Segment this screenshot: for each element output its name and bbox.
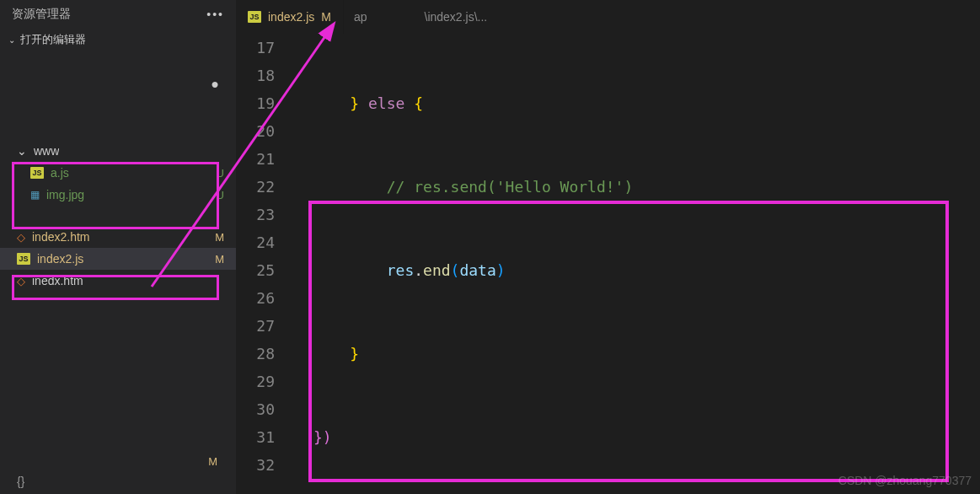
file-index2-js[interactable]: JS index2.js M	[0, 248, 236, 270]
folder-label: www	[34, 144, 59, 158]
more-icon[interactable]: •••	[206, 8, 224, 21]
js-icon: JS	[30, 167, 44, 179]
html-icon	[17, 275, 25, 287]
open-editors-list: ●	[0, 51, 236, 140]
line-number: 26	[236, 284, 275, 312]
line-number: 19	[236, 89, 275, 117]
explorer-sidebar: 资源管理器 ••• ⌄ 打开的编辑器 ● www JS a.js U ▦ img…	[0, 0, 236, 494]
git-status: M	[215, 253, 224, 266]
editor-tabs: JS index2.js M ap \index2.js\...	[236, 0, 980, 34]
tab-mod-indicator: M	[321, 10, 331, 24]
open-editors-header[interactable]: ⌄ 打开的编辑器	[0, 29, 236, 51]
file-label: index2.htm	[32, 230, 89, 244]
tab-label: index2.js	[268, 10, 314, 24]
open-editor-item[interactable]	[0, 115, 236, 135]
code-content: } else { // res.send('Hello World!') res…	[313, 34, 980, 494]
file-img-jpg[interactable]: ▦ img.jpg U	[0, 184, 236, 206]
git-status: M	[208, 455, 217, 468]
line-number: 29	[236, 368, 275, 395]
breadcrumb-seg: ap	[354, 10, 367, 24]
open-editor-item[interactable]	[0, 94, 236, 115]
git-status: U	[217, 167, 224, 180]
file-label: index2.js	[37, 252, 83, 266]
explorer-title: 资源管理器	[12, 7, 71, 22]
open-editor-item[interactable]	[0, 54, 236, 74]
line-number: 21	[236, 145, 275, 173]
spacer-row	[0, 206, 236, 226]
file-label: img.jpg	[46, 188, 84, 201]
line-number: 31	[236, 423, 275, 451]
explorer-title-bar: 资源管理器 •••	[0, 0, 236, 29]
breadcrumb-seg: \index2.js\...	[425, 10, 488, 24]
js-icon: JS	[17, 253, 30, 265]
open-editor-item[interactable]: ●	[0, 74, 236, 94]
chevron-down-icon	[17, 144, 27, 158]
line-number: 25	[236, 256, 275, 284]
line-number: 17	[236, 34, 275, 62]
html-icon	[17, 231, 25, 244]
line-number: 18	[236, 62, 275, 89]
git-status: M	[215, 231, 224, 244]
file-inedx-htm[interactable]: inedx.htm	[0, 270, 236, 292]
file-a-js[interactable]: JS a.js U	[0, 162, 236, 184]
line-number: 24	[236, 228, 275, 256]
file-index2-htm[interactable]: index2.htm M	[0, 226, 236, 248]
code-editor[interactable]: 17 18 19 20 21 22 23 24 25 26 27 28 29 3…	[236, 34, 980, 494]
image-icon: ▦	[30, 189, 40, 201]
line-number: 22	[236, 173, 275, 201]
line-number: 27	[236, 312, 275, 340]
js-icon: JS	[248, 11, 261, 23]
line-gutter: 17 18 19 20 21 22 23 24 25 26 27 28 29 3…	[236, 34, 298, 479]
watermark: CSDN @zhouang770377	[838, 474, 972, 487]
line-number: 23	[236, 201, 275, 228]
file-label: a.js	[51, 166, 69, 180]
folder-www[interactable]: www	[0, 140, 236, 162]
chevron-down-icon: ⌄	[8, 35, 15, 45]
outline-row[interactable]: {}	[0, 472, 236, 494]
brace-icon: {}	[17, 475, 24, 488]
line-number: 28	[236, 340, 275, 368]
open-editors-label: 打开的编辑器	[20, 32, 86, 47]
file-label: inedx.htm	[32, 274, 83, 287]
line-number: 20	[236, 117, 275, 145]
line-number: 32	[236, 451, 275, 479]
status-row: M	[0, 450, 236, 472]
line-number: 30	[236, 395, 275, 423]
git-status: U	[217, 189, 224, 201]
breadcrumb[interactable]: ap \index2.js\...	[344, 0, 980, 34]
tab-index2-js[interactable]: JS index2.js M	[236, 0, 344, 34]
